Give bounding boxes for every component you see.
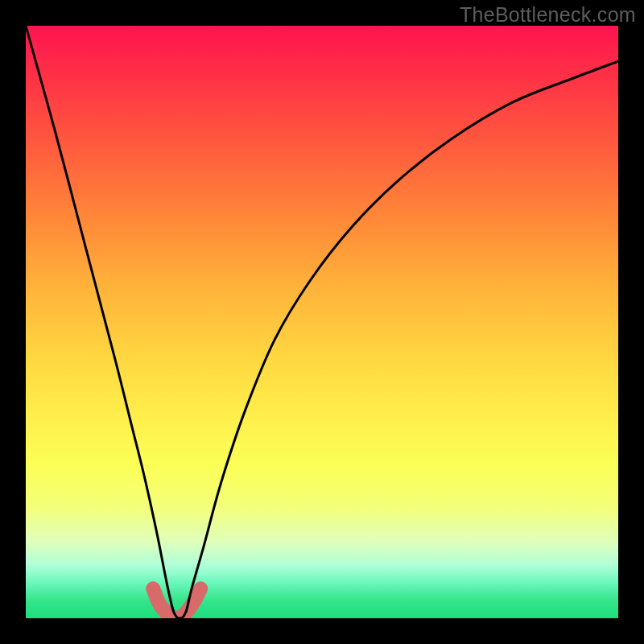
chart-plot-area: [26, 26, 618, 618]
chart-svg: [26, 26, 618, 618]
highlight-bulb-path: [153, 588, 200, 618]
chart-frame: TheBottleneck.com: [0, 0, 644, 644]
bottleneck-curve-path: [26, 26, 618, 618]
watermark-text: TheBottleneck.com: [460, 3, 636, 27]
